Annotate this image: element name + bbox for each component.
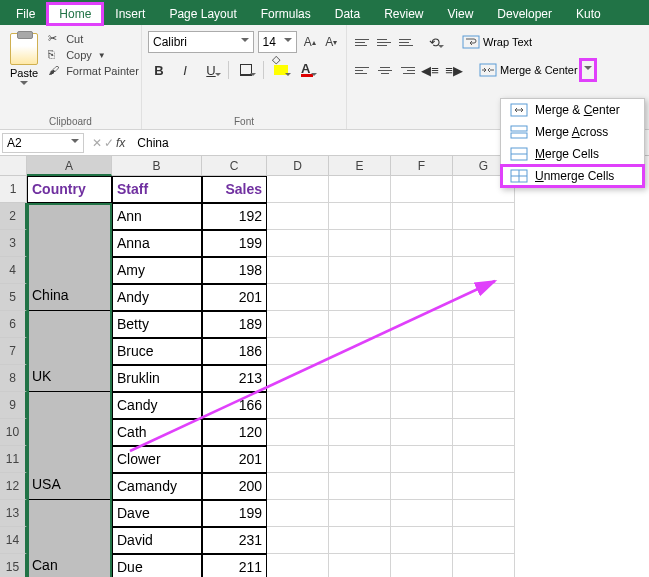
row-header[interactable]: 9 (0, 392, 27, 419)
select-all-corner[interactable] (0, 156, 27, 176)
column-header[interactable]: C (202, 156, 267, 176)
tab-home[interactable]: Home (47, 3, 103, 25)
row-header[interactable]: 3 (0, 230, 27, 257)
cell[interactable] (267, 473, 329, 500)
cell[interactable]: 199 (202, 230, 267, 257)
cell[interactable] (391, 446, 453, 473)
cell[interactable] (391, 230, 453, 257)
copy-button[interactable]: ⎘Copy▼ (46, 47, 141, 63)
cell[interactable] (267, 203, 329, 230)
cell[interactable]: Anna (112, 230, 202, 257)
underline-button[interactable]: U (200, 59, 222, 81)
borders-button[interactable] (235, 59, 257, 81)
name-box[interactable]: A2 (2, 133, 84, 153)
cell[interactable] (27, 419, 112, 446)
cell[interactable] (329, 257, 391, 284)
row-header[interactable]: 6 (0, 311, 27, 338)
merge-center-dropdown[interactable] (581, 60, 595, 80)
menu-item-merge-cells[interactable]: Merge Cells (501, 143, 644, 165)
cell[interactable] (27, 203, 112, 230)
cell[interactable] (453, 311, 515, 338)
menu-item-unmerge-cells[interactable]: Unmerge Cells (501, 165, 644, 187)
cell[interactable] (267, 311, 329, 338)
cell[interactable] (453, 473, 515, 500)
cell[interactable] (329, 338, 391, 365)
cell[interactable] (329, 446, 391, 473)
cancel-formula-button[interactable]: ✕ (92, 136, 102, 150)
cell[interactable]: 200 (202, 473, 267, 500)
align-middle-button[interactable] (375, 33, 395, 51)
decrease-font-button[interactable]: A▾ (322, 31, 340, 53)
cell[interactable]: USA (27, 473, 112, 500)
cell[interactable] (267, 554, 329, 577)
cell[interactable] (391, 554, 453, 577)
cell[interactable] (391, 365, 453, 392)
cell[interactable]: Sales (202, 176, 267, 203)
cell[interactable] (391, 338, 453, 365)
cell[interactable] (27, 446, 112, 473)
cell[interactable]: Ann (112, 203, 202, 230)
cell[interactable] (267, 419, 329, 446)
cell[interactable]: UK (27, 365, 112, 392)
cell[interactable] (27, 338, 112, 365)
cell[interactable] (453, 500, 515, 527)
cell[interactable]: 192 (202, 203, 267, 230)
align-center-button[interactable] (375, 61, 395, 79)
cell[interactable]: Amy (112, 257, 202, 284)
cell[interactable] (391, 203, 453, 230)
row-header[interactable]: 15 (0, 554, 27, 577)
cell[interactable]: Dave (112, 500, 202, 527)
cell[interactable] (391, 311, 453, 338)
cell[interactable]: Country (27, 176, 112, 203)
cell[interactable]: Due (112, 554, 202, 577)
cell[interactable]: 166 (202, 392, 267, 419)
column-header[interactable]: B (112, 156, 202, 176)
cell[interactable]: Andy (112, 284, 202, 311)
row-header[interactable]: 10 (0, 419, 27, 446)
cell[interactable] (329, 392, 391, 419)
cut-button[interactable]: ✂Cut (46, 31, 141, 47)
cell[interactable]: Bruce (112, 338, 202, 365)
font-size-combo[interactable]: 14 (258, 31, 297, 53)
cell[interactable]: Clower (112, 446, 202, 473)
cell[interactable] (267, 284, 329, 311)
increase-indent-button[interactable]: ≡▶ (443, 59, 465, 81)
cell[interactable] (329, 176, 391, 203)
cell[interactable] (453, 419, 515, 446)
cell[interactable] (329, 230, 391, 257)
cell[interactable] (329, 500, 391, 527)
cell[interactable] (27, 257, 112, 284)
tab-insert[interactable]: Insert (103, 3, 157, 25)
cell[interactable] (453, 365, 515, 392)
cell[interactable]: David (112, 527, 202, 554)
cell[interactable] (453, 230, 515, 257)
cell[interactable]: 201 (202, 446, 267, 473)
cell[interactable] (391, 176, 453, 203)
tab-kuto[interactable]: Kuto (564, 3, 613, 25)
cell[interactable] (391, 473, 453, 500)
cell[interactable] (267, 176, 329, 203)
tab-file[interactable]: File (4, 3, 47, 25)
tab-view[interactable]: View (436, 3, 486, 25)
column-header[interactable]: A (27, 156, 112, 176)
fx-button[interactable]: fx (116, 136, 125, 150)
align-bottom-button[interactable] (397, 33, 417, 51)
orientation-button[interactable]: ⟲ (423, 31, 445, 53)
cell[interactable] (27, 230, 112, 257)
cell[interactable]: 201 (202, 284, 267, 311)
column-header[interactable]: F (391, 156, 453, 176)
cell[interactable] (27, 311, 112, 338)
row-header[interactable]: 11 (0, 446, 27, 473)
merge-center-button[interactable]: Merge & Center (475, 60, 581, 80)
cell[interactable]: 211 (202, 554, 267, 577)
italic-button[interactable]: I (174, 59, 196, 81)
row-header[interactable]: 4 (0, 257, 27, 284)
cell[interactable] (267, 230, 329, 257)
cell[interactable] (329, 527, 391, 554)
cell[interactable] (329, 311, 391, 338)
cell[interactable] (267, 392, 329, 419)
cell[interactable] (453, 203, 515, 230)
row-header[interactable]: 7 (0, 338, 27, 365)
tab-formulas[interactable]: Formulas (249, 3, 323, 25)
cell[interactable] (329, 284, 391, 311)
